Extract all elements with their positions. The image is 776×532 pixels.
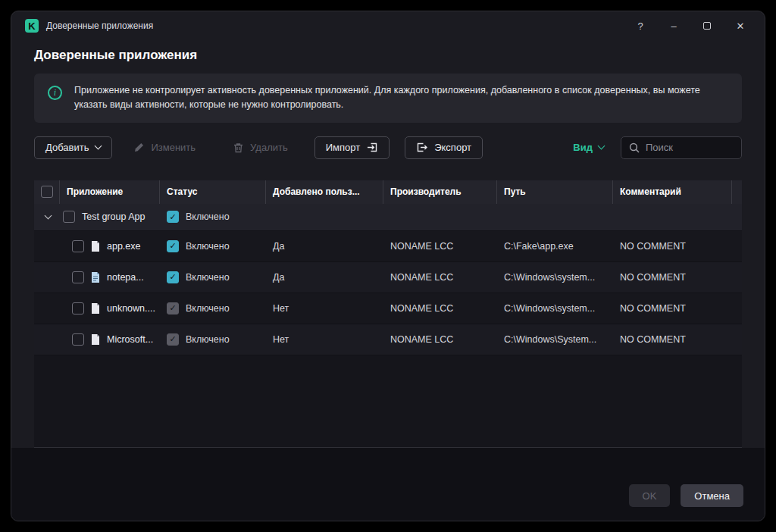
import-icon bbox=[367, 142, 378, 153]
export-button-label: Экспорт bbox=[434, 142, 471, 153]
ok-button[interactable]: OK bbox=[629, 484, 671, 507]
file-icon bbox=[91, 334, 100, 345]
info-banner-text: Приложение не контролирует активность до… bbox=[74, 83, 728, 113]
search-input[interactable] bbox=[646, 142, 734, 153]
application-name: Microsoft... bbox=[107, 334, 153, 345]
column-header-status[interactable]: Статус bbox=[160, 180, 266, 204]
cell-comment: NO COMMENT bbox=[613, 231, 732, 261]
cell-added-by-user: Нет bbox=[266, 293, 383, 324]
help-button[interactable]: ? bbox=[630, 16, 651, 36]
column-header-path[interactable]: Путь bbox=[497, 180, 613, 204]
maximize-button[interactable] bbox=[696, 16, 718, 36]
notepad-file-icon bbox=[91, 272, 100, 283]
delete-button[interactable]: Удалить bbox=[222, 136, 299, 159]
group-name: Test group App bbox=[82, 211, 145, 222]
info-banner: i Приложение не контролирует активность … bbox=[34, 74, 742, 123]
table-group-row[interactable]: Test group App Включено bbox=[34, 204, 742, 231]
row-checkbox[interactable] bbox=[72, 240, 84, 252]
select-all-checkbox[interactable] bbox=[41, 186, 53, 198]
info-icon: i bbox=[48, 86, 62, 100]
status-label: Включено bbox=[186, 241, 230, 252]
status-label: Включено bbox=[186, 334, 230, 345]
file-icon bbox=[91, 303, 100, 314]
applications-table: Приложение Статус Добавлено польз... Про… bbox=[34, 180, 742, 448]
delete-button-label: Удалить bbox=[250, 142, 288, 153]
add-button[interactable]: Добавить bbox=[34, 136, 112, 159]
pencil-icon bbox=[134, 142, 144, 152]
cell-path: C:\Windows\system... bbox=[497, 293, 613, 324]
cell-comment: NO COMMENT bbox=[613, 293, 732, 324]
titlebar: K Доверенные приложения ? – ✕ bbox=[11, 11, 765, 40]
import-button-label: Импорт bbox=[326, 142, 360, 153]
cancel-button[interactable]: Отмена bbox=[681, 484, 743, 507]
trash-icon bbox=[233, 142, 243, 153]
column-header-filler bbox=[732, 180, 746, 204]
application-name: unknown.... bbox=[107, 303, 155, 314]
cell-vendor: NONAME LCC bbox=[383, 293, 497, 324]
table-row[interactable]: Microsoft... Включено Нет NONAME LCC C:\… bbox=[34, 324, 742, 355]
maximize-icon bbox=[703, 22, 711, 30]
cell-vendor: NONAME LCC bbox=[383, 231, 497, 261]
column-header-added-by-user[interactable]: Добавлено польз... bbox=[266, 180, 383, 204]
minimize-button[interactable]: – bbox=[663, 16, 684, 36]
app-window: K Доверенные приложения ? – ✕ Доверенные… bbox=[11, 11, 765, 521]
group-status-checkbox[interactable] bbox=[167, 211, 179, 223]
dialog-footer: OK Отмена bbox=[11, 448, 765, 521]
search-icon bbox=[629, 142, 640, 153]
table-row[interactable]: notepa... Включено Да NONAME LCC C:\Wind… bbox=[34, 262, 742, 293]
cell-comment: NO COMMENT bbox=[613, 262, 732, 293]
chevron-down-icon bbox=[95, 142, 102, 150]
table-row[interactable]: app.exe Включено Да NONAME LCC C:\Fake\a… bbox=[34, 231, 742, 262]
row-checkbox[interactable] bbox=[72, 271, 84, 283]
view-dropdown[interactable]: Вид bbox=[573, 142, 604, 153]
column-header-application[interactable]: Приложение bbox=[60, 180, 160, 204]
import-button[interactable]: Импорт bbox=[314, 136, 390, 159]
edit-button-label: Изменить bbox=[151, 142, 196, 153]
column-header-vendor[interactable]: Производитель bbox=[383, 180, 497, 204]
cell-added-by-user: Да bbox=[266, 262, 383, 293]
group-checkbox[interactable] bbox=[63, 211, 75, 223]
toolbar: Добавить Изменить Удалить Импорт bbox=[34, 136, 742, 159]
add-button-label: Добавить bbox=[45, 142, 89, 153]
cell-vendor: NONAME LCC bbox=[383, 262, 497, 293]
row-checkbox[interactable] bbox=[72, 333, 84, 346]
file-icon bbox=[91, 241, 100, 252]
status-label: Включено bbox=[186, 303, 230, 314]
table-header: Приложение Статус Добавлено польз... Про… bbox=[34, 180, 742, 204]
kaspersky-logo-icon: K bbox=[25, 19, 39, 33]
cell-path: C:\Windows\system... bbox=[497, 262, 613, 293]
application-name: notepa... bbox=[107, 272, 144, 283]
status-checkbox[interactable] bbox=[167, 240, 179, 252]
chevron-down-icon bbox=[598, 142, 605, 150]
column-header-comment[interactable]: Комментарий bbox=[613, 180, 732, 204]
cell-path: C:\Windows\System... bbox=[497, 324, 613, 355]
table-row[interactable]: unknown.... Включено Нет NONAME LCC C:\W… bbox=[34, 293, 742, 324]
window-title: Доверенные приложения bbox=[46, 20, 153, 31]
cell-comment: NO COMMENT bbox=[613, 324, 732, 355]
row-checkbox[interactable] bbox=[72, 302, 84, 315]
export-icon bbox=[416, 142, 427, 153]
application-name: app.exe bbox=[107, 241, 140, 252]
view-dropdown-label: Вид bbox=[573, 142, 593, 153]
search-box[interactable] bbox=[621, 136, 742, 159]
page-title: Доверенные приложения bbox=[34, 48, 742, 63]
cell-added-by-user: Нет bbox=[266, 324, 383, 355]
group-status-label: Включено bbox=[186, 211, 230, 222]
status-checkbox[interactable] bbox=[167, 302, 179, 315]
status-checkbox[interactable] bbox=[167, 333, 179, 346]
cell-added-by-user: Да bbox=[266, 231, 383, 261]
collapse-chevron-icon[interactable] bbox=[41, 216, 55, 218]
cell-vendor: NONAME LCC bbox=[383, 324, 497, 355]
close-button[interactable]: ✕ bbox=[730, 16, 751, 36]
edit-button[interactable]: Изменить bbox=[123, 136, 207, 159]
export-button[interactable]: Экспорт bbox=[405, 136, 483, 159]
cell-path: C:\Fake\app.exe bbox=[497, 231, 613, 261]
status-checkbox[interactable] bbox=[167, 271, 179, 283]
status-label: Включено bbox=[186, 272, 230, 283]
